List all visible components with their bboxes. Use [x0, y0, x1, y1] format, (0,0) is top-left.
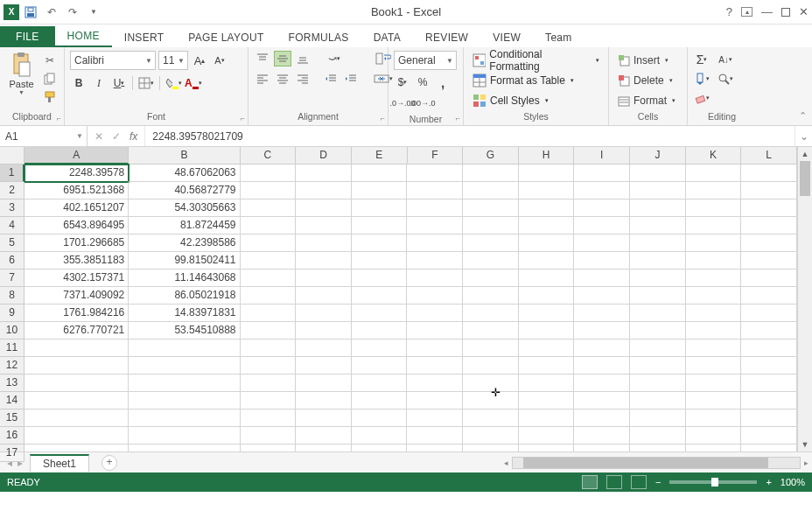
- cell-I6[interactable]: [574, 252, 630, 270]
- cell-E13[interactable]: [352, 374, 408, 392]
- cell-E6[interactable]: [352, 252, 408, 270]
- row-header-16[interactable]: 16: [0, 427, 24, 444]
- cell-K14[interactable]: [686, 392, 742, 410]
- decrease-decimal-icon[interactable]: .00→.0: [414, 94, 431, 112]
- font-color-icon[interactable]: A▾: [185, 74, 202, 92]
- cell-G15[interactable]: [463, 410, 519, 427]
- cell-J11[interactable]: [630, 340, 686, 357]
- cell-A3[interactable]: 402.1651207: [24, 200, 129, 217]
- cell-L15[interactable]: [741, 410, 797, 427]
- cell-B3[interactable]: 54.30305663: [129, 200, 240, 217]
- undo-icon[interactable]: ↶: [42, 3, 61, 22]
- cell-H16[interactable]: [519, 427, 575, 444]
- tab-formulas[interactable]: FORMULAS: [276, 27, 361, 47]
- cell-D16[interactable]: [296, 427, 352, 444]
- cell-G17[interactable]: [463, 444, 519, 452]
- qat-customize-icon[interactable]: ▼: [84, 3, 103, 22]
- cell-A17[interactable]: [24, 444, 129, 452]
- normal-view-icon[interactable]: [582, 475, 598, 489]
- cell-C7[interactable]: [241, 270, 297, 287]
- cell-L12[interactable]: [741, 357, 797, 374]
- page-break-view-icon[interactable]: [631, 475, 647, 489]
- cell-I5[interactable]: [574, 234, 630, 252]
- increase-font-icon[interactable]: A▴: [191, 52, 208, 69]
- cell-G7[interactable]: [463, 270, 519, 287]
- cell-C10[interactable]: [241, 322, 297, 340]
- expand-formula-bar-icon[interactable]: ⌄: [794, 126, 812, 146]
- cell-I4[interactable]: [574, 217, 630, 234]
- zoom-slider[interactable]: [669, 480, 757, 484]
- cell-B5[interactable]: 42.2398586: [129, 234, 240, 252]
- horizontal-scrollbar[interactable]: [512, 457, 801, 469]
- cell-J10[interactable]: [630, 322, 686, 340]
- cell-L10[interactable]: [741, 322, 797, 340]
- column-header-c[interactable]: C: [241, 147, 297, 164]
- comma-icon[interactable]: ,: [434, 74, 452, 91]
- cell-H15[interactable]: [519, 410, 575, 427]
- cell-J2[interactable]: [630, 182, 686, 200]
- cell-A11[interactable]: [24, 340, 129, 357]
- row-header-10[interactable]: 10: [0, 322, 24, 340]
- cell-I14[interactable]: [574, 392, 630, 410]
- cell-D14[interactable]: [296, 392, 352, 410]
- cell-C4[interactable]: [241, 217, 297, 234]
- column-header-g[interactable]: G: [463, 147, 519, 164]
- cell-K13[interactable]: [686, 374, 742, 392]
- delete-cells-button[interactable]: Delete▾: [614, 71, 679, 89]
- align-right-icon[interactable]: [294, 71, 312, 87]
- cell-G1[interactable]: [463, 164, 519, 182]
- cell-F11[interactable]: [407, 340, 463, 357]
- cell-E15[interactable]: [352, 410, 408, 427]
- row-header-12[interactable]: 12: [0, 357, 24, 374]
- cell-F15[interactable]: [407, 410, 463, 427]
- cell-J8[interactable]: [630, 287, 686, 304]
- cell-H1[interactable]: [519, 164, 575, 182]
- cell-A13[interactable]: [24, 374, 129, 392]
- cell-L14[interactable]: [741, 392, 797, 410]
- autosum-icon[interactable]: Σ▾: [693, 51, 710, 68]
- cell-E5[interactable]: [352, 234, 408, 252]
- cell-C8[interactable]: [241, 287, 297, 304]
- tab-view[interactable]: VIEW: [480, 27, 533, 47]
- decrease-indent-icon[interactable]: [322, 71, 340, 87]
- cell-L13[interactable]: [741, 374, 797, 392]
- cell-H5[interactable]: [519, 234, 575, 252]
- cell-H9[interactable]: [519, 304, 575, 322]
- italic-button[interactable]: I: [90, 74, 108, 92]
- cell-E16[interactable]: [352, 427, 408, 444]
- cell-G16[interactable]: [463, 427, 519, 444]
- cell-K2[interactable]: [686, 182, 742, 200]
- cell-B15[interactable]: [129, 410, 240, 427]
- cell-C6[interactable]: [241, 252, 297, 270]
- close-icon[interactable]: ✕: [799, 5, 808, 18]
- cell-F1[interactable]: [407, 164, 463, 182]
- name-box[interactable]: A1▼: [0, 126, 88, 146]
- cell-J15[interactable]: [630, 410, 686, 427]
- cell-K4[interactable]: [686, 217, 742, 234]
- select-all-corner[interactable]: [0, 147, 24, 164]
- fill-icon[interactable]: ▾: [693, 70, 710, 88]
- cell-C1[interactable]: [241, 164, 297, 182]
- conditional-formatting-button[interactable]: Conditional Formatting▾: [469, 51, 603, 69]
- row-header-4[interactable]: 4: [0, 217, 24, 234]
- cell-F13[interactable]: [407, 374, 463, 392]
- scroll-up-icon[interactable]: ▲: [798, 147, 812, 161]
- row-header-6[interactable]: 6: [0, 252, 24, 270]
- cell-K5[interactable]: [686, 234, 742, 252]
- row-header-5[interactable]: 5: [0, 234, 24, 252]
- cell-D7[interactable]: [296, 270, 352, 287]
- row-header-2[interactable]: 2: [0, 182, 24, 200]
- cell-G3[interactable]: [463, 200, 519, 217]
- formula-input[interactable]: 2248.39578021709: [145, 126, 794, 146]
- cancel-formula-icon[interactable]: ✕: [94, 130, 103, 143]
- cell-J5[interactable]: [630, 234, 686, 252]
- cell-styles-button[interactable]: Cell Styles▾: [469, 91, 603, 109]
- column-header-i[interactable]: I: [574, 147, 630, 164]
- cell-A4[interactable]: 6543.896495: [24, 217, 129, 234]
- cell-G5[interactable]: [463, 234, 519, 252]
- cell-E2[interactable]: [352, 182, 408, 200]
- redo-icon[interactable]: ↷: [63, 3, 82, 22]
- cell-A12[interactable]: [24, 357, 129, 374]
- sort-filter-icon[interactable]: A↓▾: [714, 51, 737, 68]
- cell-C3[interactable]: [241, 200, 297, 217]
